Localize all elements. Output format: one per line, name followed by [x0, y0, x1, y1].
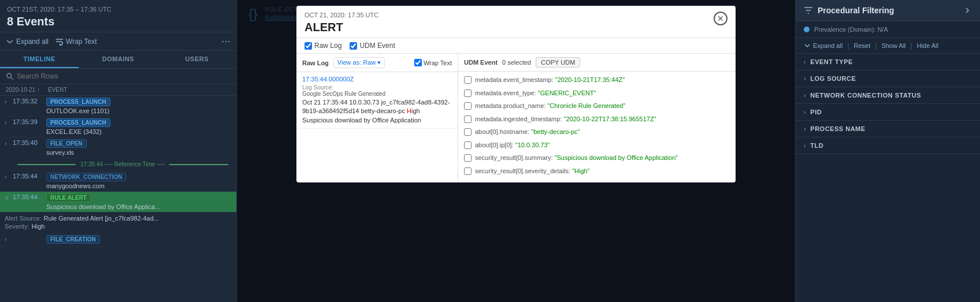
wrap-text-check-label: Wrap Text	[424, 59, 452, 66]
udm-event-tab[interactable]: UDM Event	[350, 42, 395, 50]
tab-domains[interactable]: DOMAINS	[79, 51, 157, 68]
prevalence-text: Prevalence (Domain): N/A	[814, 26, 888, 33]
wrap-text-button[interactable]: Wrap Text	[55, 38, 97, 46]
view-as-button[interactable]: View as: Raw ▾	[333, 57, 385, 68]
expand-chevron[interactable]: ›	[5, 140, 13, 147]
field-val: "2020-10-21T17:35:44Z"	[555, 76, 625, 83]
filter-section-header[interactable]: › PROCESS NAME	[796, 121, 980, 137]
filter-section-header[interactable]: › TLD	[796, 137, 980, 154]
udm-field-checkbox[interactable]	[464, 167, 472, 175]
right-expand-all-button[interactable]: Expand all	[804, 42, 842, 49]
expand-chevron[interactable]: ›	[5, 174, 13, 180]
modal-header: OCT 21, 2020: 17:35 UTC ALERT ✕	[296, 6, 736, 38]
field-key: about[0].ip[0]:	[475, 141, 514, 148]
arrow-right-icon[interactable]	[963, 6, 972, 15]
list-item[interactable]: › 17:35:40 FILE_OPEN survey.xls	[0, 137, 236, 158]
udm-field-checkbox[interactable]	[464, 102, 472, 110]
log-highlight: H	[407, 107, 411, 114]
field-val: "Chronicle Rule Generated"	[547, 102, 625, 109]
event-content: PROCESS_LAUNCH EXCEL.EXE (3432)	[46, 118, 233, 135]
separator: |	[847, 42, 849, 50]
udm-field-checkbox[interactable]	[464, 141, 472, 149]
event-label: manygoodnews.com	[46, 182, 233, 189]
modal-close-button[interactable]: ✕	[714, 12, 727, 25]
timeline-list: › 17:35:32 PROCESS_LAUNCH OUTLOOK.exe (1…	[0, 96, 236, 302]
field-val: "betty-decaro-pc"	[531, 128, 580, 135]
prevalence-row: Prevalence (Domain): N/A	[796, 21, 980, 38]
event-badge: PROCESS_LAUNCH	[46, 118, 110, 127]
severity-label: Severity:	[5, 223, 29, 230]
event-label: survey.xls	[46, 149, 233, 156]
field-key: metadata.product_name:	[475, 102, 545, 109]
udm-panel: UDM Event 0 selected COPY UDM metadata.e…	[458, 54, 736, 182]
udm-select-row: 0 selected COPY UDM	[502, 57, 580, 68]
list-item[interactable]: › 17:35:32 PROCESS_LAUNCH OUTLOOK.exe (1…	[0, 96, 236, 117]
event-content: FILE_CREATION	[46, 235, 233, 245]
svg-point-0	[7, 73, 12, 78]
log-text: Oct 21 17:35:44 10.0.30.73 jo_c7fca982-4…	[302, 98, 452, 125]
filter-section-header[interactable]: › NETWORK CONNECTION STATUS	[796, 87, 980, 103]
udm-field-row: metadata.event_type: "GENERIC_EVENT"	[464, 88, 730, 98]
middle-panel: OCT 21, 2020: 17:35 UTC ALERT ✕ Raw Log …	[237, 0, 795, 302]
section-arrow: ›	[804, 76, 805, 82]
field-val: "2020-10-22T17:38:15.965517Z"	[563, 115, 656, 122]
field-key: security_result[0].summary:	[475, 154, 552, 161]
right-expand-all-label: Expand all	[813, 42, 842, 49]
log-entry: 17:35:44.000000Z Log Source: Google SecO…	[296, 72, 458, 129]
tab-users[interactable]: USERS	[158, 51, 236, 68]
section-arrow: ›	[804, 109, 805, 115]
event-label: OUTLOOK.exe (1101)	[46, 107, 233, 114]
modal-overlay: OCT 21, 2020: 17:35 UTC ALERT ✕ Raw Log …	[237, 0, 795, 302]
copy-udm-button[interactable]: COPY UDM	[536, 57, 580, 68]
list-item[interactable]: › 17:35:44 NETWORK_CONNECTION manygoodne…	[0, 171, 236, 192]
expand-icon	[6, 38, 14, 46]
section-arrow: ›	[804, 59, 805, 65]
expand-chevron[interactable]: ›	[5, 236, 13, 243]
raw-log-tab[interactable]: Raw Log	[305, 42, 341, 50]
field-key: metadata.ingested_timestamp:	[475, 115, 562, 122]
raw-log-checkbox[interactable]	[305, 42, 312, 50]
udm-field-checkbox[interactable]	[464, 128, 472, 136]
list-item[interactable]: ∨ 17:35:44 RULE ALERT Suspicious downloa…	[0, 192, 236, 212]
udm-selected-count: 0 selected	[502, 59, 531, 66]
left-header: OCT 21ST, 2020: 17:35 – 17:36 UTC 8 Even…	[0, 0, 236, 32]
reference-line-bar	[17, 164, 76, 165]
expand-chevron[interactable]: ›	[5, 99, 13, 105]
filter-sections: › EVENT TYPE › LOG SOURCE › NETWORK CONN…	[796, 54, 980, 302]
udm-event-checkbox[interactable]	[350, 42, 357, 50]
reset-button[interactable]: Reset	[854, 42, 871, 49]
section-title: EVENT TYPE	[810, 58, 852, 65]
search-input[interactable]	[17, 72, 231, 80]
field-key: metadata.event_type:	[475, 90, 536, 96]
right-header: Procedural Filtering	[796, 0, 980, 21]
log-panel: Raw Log View as: Raw ▾ Wrap Text 17:35:4…	[296, 54, 458, 182]
list-item[interactable]: › FILE_CREATION	[0, 233, 236, 247]
expand-chevron[interactable]: ∨	[5, 195, 13, 201]
modal-date: OCT 21, 2020: 17:35 UTC	[305, 12, 727, 18]
filter-section-header[interactable]: › PID	[796, 104, 980, 120]
udm-panel-header: UDM Event 0 selected COPY UDM	[458, 54, 736, 72]
udm-field-checkbox[interactable]	[464, 90, 472, 97]
list-item[interactable]: › 17:35:39 PROCESS_LAUNCH EXCEL.EXE (343…	[0, 117, 236, 137]
modal-content: Raw Log View as: Raw ▾ Wrap Text 17:35:4…	[296, 54, 736, 182]
event-badge: FILE_CREATION	[46, 235, 100, 244]
wrap-text-checkbox[interactable]: Wrap Text	[414, 59, 452, 66]
udm-field-checkbox[interactable]	[464, 154, 472, 162]
udm-field-checkbox[interactable]	[464, 76, 472, 84]
tab-timeline[interactable]: TIMELINE	[0, 51, 79, 68]
filter-section-header[interactable]: › LOG SOURCE	[796, 70, 980, 87]
filter-section-pid: › PID	[796, 104, 980, 121]
more-options-button[interactable]: ⋯	[221, 36, 231, 47]
expand-all-button[interactable]: Expand all	[6, 38, 49, 46]
event-badge: NETWORK_CONNECTION	[46, 173, 126, 181]
filter-section-header[interactable]: › EVENT TYPE	[796, 54, 980, 70]
expand-chevron[interactable]: ›	[5, 120, 13, 126]
raw-log-label: Raw Log	[314, 42, 341, 50]
col-time-header: 2020-10-21 ↑	[6, 87, 43, 93]
event-count: 8 Events	[7, 15, 229, 28]
hide-all-button[interactable]: Hide All	[917, 42, 938, 49]
filter-icon	[804, 6, 813, 15]
field-val: "High"	[572, 167, 589, 174]
udm-field-checkbox[interactable]	[464, 115, 472, 123]
show-all-button[interactable]: Show All	[881, 42, 905, 49]
